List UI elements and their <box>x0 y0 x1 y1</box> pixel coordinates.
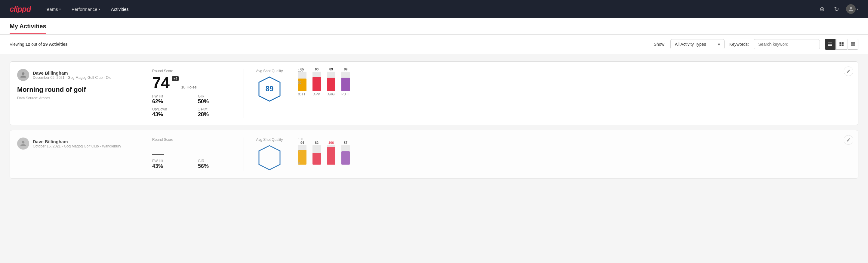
svg-rect-1 <box>828 44 832 45</box>
bar-fill-arg <box>327 78 335 91</box>
activity-card: Dave Billingham October 16, 2021 - Gog M… <box>10 130 858 179</box>
edit-button[interactable] <box>844 135 853 145</box>
hexagon-container: Avg Shot Quality 89 <box>256 69 283 103</box>
bar-value-app-2: 82 <box>315 141 318 144</box>
fw-hit-stat: FW Hit 62% <box>152 94 191 105</box>
data-source: Data Source: Arccos <box>17 96 137 100</box>
bar-fill-putt <box>341 78 350 91</box>
page-title: My Activities <box>10 23 46 34</box>
card-divider <box>145 69 145 118</box>
card-left: Dave Billingham December 05, 2021 - Gog … <box>17 69 137 100</box>
avg-shot-quality-label: Avg Shot Quality <box>256 138 283 142</box>
fw-hit-value: 43% <box>152 163 191 169</box>
round-score-label: Round Score <box>152 138 237 142</box>
user-info: Dave Billingham October 16, 2021 - Gog M… <box>33 139 121 148</box>
performance-chevron-icon: ▾ <box>99 7 100 11</box>
app-logo[interactable]: clippd <box>10 4 31 14</box>
svg-rect-4 <box>842 42 844 44</box>
bar-group-arg: 89 ARG <box>327 67 335 96</box>
bar-outer-app <box>312 71 321 91</box>
round-score-row: 74 +4 18 Holes <box>152 75 237 91</box>
user-date: December 05, 2021 - Gog Magog Golf Club … <box>33 76 111 80</box>
svg-rect-7 <box>851 42 855 43</box>
gir-value: 50% <box>198 98 237 105</box>
fw-hit-label: FW Hit <box>152 94 191 98</box>
nav-teams[interactable]: Teams ▾ <box>40 4 65 14</box>
refresh-icon[interactable]: ↻ <box>832 4 841 14</box>
gir-stat: GIR 50% <box>198 94 237 105</box>
card-quality: Avg Shot Quality 100 50 0 94 <box>251 138 851 171</box>
compact-view-button[interactable] <box>847 39 858 50</box>
bar-value-putt: 89 <box>344 67 347 71</box>
fw-hit-value: 62% <box>152 98 191 105</box>
bar-fill-arg-2 <box>327 147 335 165</box>
card-divider <box>145 138 145 171</box>
bar-label-app: APP <box>313 92 320 96</box>
activity-type-chevron-icon: ▾ <box>718 42 720 47</box>
round-score-row <box>152 144 237 155</box>
bar-fill-app <box>312 77 321 91</box>
svg-rect-0 <box>828 43 832 43</box>
edit-button[interactable] <box>844 66 853 76</box>
viewing-count: 12 <box>26 42 30 47</box>
bar-outer-putt-2 <box>341 145 350 165</box>
avatar-chevron-icon: ▾ <box>857 7 858 11</box>
updown-stat: Up/Down 43% <box>152 107 191 118</box>
gir-value: 56% <box>198 163 237 169</box>
updown-value: 43% <box>152 111 191 118</box>
svg-rect-6 <box>842 45 844 46</box>
svg-rect-2 <box>828 45 832 46</box>
holes-label: 18 Holes <box>181 85 196 89</box>
svg-rect-5 <box>839 45 841 46</box>
view-toggle <box>825 39 858 50</box>
round-score-value <box>152 144 164 155</box>
card-user: Dave Billingham December 05, 2021 - Gog … <box>17 69 137 81</box>
filter-bar: Viewing 12 out of 29 Activities Show: Al… <box>0 35 868 54</box>
bar-value-app: 90 <box>315 67 318 71</box>
nav-actions: ⊕ ↻ ▾ <box>817 4 858 14</box>
bar-group-app-2: 82 <box>312 141 321 165</box>
search-input[interactable] <box>754 39 820 49</box>
add-icon[interactable]: ⊕ <box>817 4 827 14</box>
avatar <box>17 69 29 81</box>
card-divider-2 <box>244 138 244 171</box>
user-menu-button[interactable]: ▾ <box>846 4 858 14</box>
avatar <box>17 138 29 150</box>
updown-label: Up/Down <box>152 107 191 111</box>
viewing-activities-label: Activities <box>49 42 68 47</box>
bar-chart: 100 50 0 94 82 <box>289 138 851 165</box>
nav-activities[interactable]: Activities <box>107 4 133 14</box>
bar-value-putt-2: 87 <box>344 141 347 144</box>
fw-hit-stat: FW Hit 43% <box>152 159 191 169</box>
keywords-label: Keywords: <box>730 42 749 47</box>
card-stats: Round Score FW Hit 43% GIR 56% <box>152 138 237 169</box>
viewing-count-label: Viewing 12 out of 29 Activities <box>10 42 649 47</box>
y-axis-labels: 100 50 0 <box>298 138 303 165</box>
grid-view-button[interactable] <box>836 39 847 50</box>
bar-value-arg-2: 106 <box>329 141 334 144</box>
bar-group-putt-2: 87 <box>341 141 350 165</box>
round-score-value: 74 <box>152 75 169 91</box>
oneputt-stat: 1 Putt 28% <box>198 107 237 118</box>
oneputt-value: 28% <box>198 111 237 118</box>
show-label: Show: <box>654 42 665 47</box>
bar-group-putt: 89 PUTT <box>341 67 350 96</box>
card-quality: Avg Shot Quality 89 100 50 0 <box>251 69 851 103</box>
main-nav: clippd Teams ▾ Performance ▾ Activities … <box>0 0 868 18</box>
list-view-button[interactable] <box>825 39 836 50</box>
viewing-total: 29 <box>43 42 48 47</box>
user-date: October 16, 2021 - Gog Magog Golf Club -… <box>33 144 121 148</box>
fw-hit-label: FW Hit <box>152 159 191 163</box>
nav-performance[interactable]: Performance ▾ <box>67 4 104 14</box>
bar-outer-arg <box>327 71 335 91</box>
avatar <box>846 4 856 14</box>
bar-fill-app-2 <box>312 153 321 165</box>
bar-outer-putt <box>341 71 350 91</box>
bar-group-arg-2: 106 <box>327 141 335 165</box>
user-info: Dave Billingham December 05, 2021 - Gog … <box>33 70 111 80</box>
activity-type-select[interactable]: All Activity Types ▾ <box>671 39 724 49</box>
oneputt-label: 1 Putt <box>198 107 237 111</box>
card-stats: Round Score 74 +4 18 Holes FW Hit 62% GI… <box>152 69 237 118</box>
activities-list: Dave Billingham December 05, 2021 - Gog … <box>0 54 868 186</box>
svg-text:89: 89 <box>266 85 274 93</box>
